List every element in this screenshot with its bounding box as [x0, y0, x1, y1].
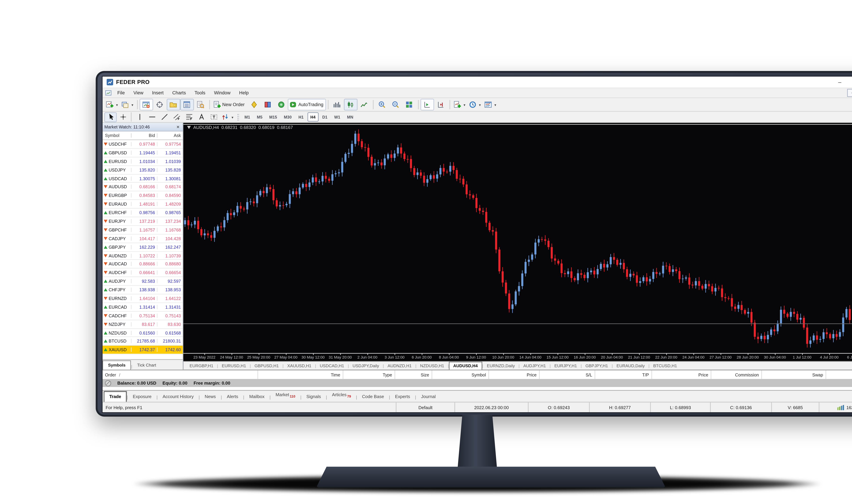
market-watch-row-usdjpy[interactable]: USDJPY135.820135.828 — [103, 166, 183, 175]
tile-windows-button[interactable] — [403, 99, 416, 110]
orders-column-type[interactable]: Type — [343, 370, 395, 379]
toolbox-tab-code-base[interactable]: Code Base — [357, 392, 389, 402]
orders-column-commission[interactable]: Commission — [711, 370, 762, 379]
market-watch-row-euraud[interactable]: EURAUD1.481911.48209 — [103, 200, 183, 209]
market-watch-close-icon[interactable]: ✕ — [175, 124, 181, 129]
restore-button[interactable]: ❐ — [848, 76, 852, 88]
candlestick-chart-button[interactable] — [344, 99, 357, 110]
orders-column-sl[interactable]: S/L — [540, 370, 595, 379]
toolbox-tab-exposure[interactable]: Exposure — [128, 392, 156, 402]
market-watch-row-cadjpy[interactable]: CADJPY104.417104.428 — [103, 234, 183, 243]
chart-tab-eurjpy-h1[interactable]: EURJPY,H1 — [551, 362, 581, 369]
scripts-button[interactable] — [247, 99, 261, 110]
arrows-tool-button[interactable]: ▼ — [220, 112, 235, 122]
chart-tab-eurnzd-daily[interactable]: EURNZD,Daily — [483, 362, 518, 369]
fibonacci-tool-button[interactable] — [183, 112, 195, 122]
profiles-button[interactable]: ▼ — [120, 99, 135, 110]
market-watch-row-eurusd[interactable]: EURUSD1.010341.01039 — [103, 157, 183, 166]
toolbox-tab-news[interactable]: News — [200, 392, 221, 402]
profile-selector[interactable]: Default — [396, 402, 455, 412]
market-watch-row-gbpusd[interactable]: GBPUSD1.194451.19451 — [103, 149, 183, 157]
market-watch-row-gbpchf[interactable]: GBPCHF1.167571.16768 — [103, 226, 183, 234]
timeframe-w1[interactable]: W1 — [331, 112, 343, 122]
new-chart-button[interactable]: ▼ — [104, 99, 120, 110]
time-axis[interactable]: 23 May 202224 May 12:0025 May 20:0027 Ma… — [183, 354, 852, 361]
alerts-sound-button[interactable] — [274, 99, 288, 110]
chart-tab-nzdusd-h1[interactable]: NZDUSD,H1 — [416, 362, 448, 369]
auto-scroll-button[interactable] — [420, 99, 434, 110]
toolbox-tab-account-history[interactable]: Account History — [158, 392, 198, 402]
toolbox-tab-trade[interactable]: Trade — [104, 391, 127, 402]
periods-button[interactable]: ▼ — [467, 99, 483, 110]
menu-help[interactable]: Help — [235, 88, 253, 97]
chart-tab-euraud-daily[interactable]: EURAUD,Daily — [613, 362, 649, 369]
cursor-tool-button[interactable] — [104, 112, 117, 122]
market-watch-row-eurnzd[interactable]: EURNZD1.641041.64122 — [103, 294, 183, 303]
market-watch-tab-symbols[interactable]: Symbols — [103, 360, 131, 370]
market-watch-toggle-button[interactable] — [180, 99, 194, 110]
market-watch-row-audnzd[interactable]: AUDNZD1.107221.10739 — [103, 252, 183, 260]
market-watch-row-nzdusd[interactable]: NZDUSD0.615600.61568 — [103, 329, 183, 337]
indicators-button[interactable]: ▼ — [452, 99, 467, 110]
market-watch-row-audchf[interactable]: AUDCHF0.666410.66654 — [103, 269, 183, 277]
horizontal-line-tool-button[interactable] — [146, 112, 158, 122]
toolbox-tab-articles[interactable]: Articles79 — [327, 390, 356, 402]
text-tool-button[interactable] — [195, 112, 207, 122]
timeframe-m15[interactable]: M15 — [266, 112, 280, 122]
orders-column-profit[interactable]: Profit — [826, 370, 852, 379]
chart-tab-gbpusd-h1[interactable]: GBPUSD,H1 — [251, 362, 283, 369]
chart-tab-gbpjpy-h1[interactable]: GBPJPY,H1 — [582, 362, 612, 369]
menu-insert[interactable]: Insert — [148, 88, 168, 97]
chart-tab-xauusd-h1[interactable]: XAUUSD,H1 — [284, 362, 315, 369]
toolbox-tab-signals[interactable]: Signals — [301, 392, 326, 402]
timeframe-mn[interactable]: MN — [344, 112, 356, 122]
market-watch-row-audcad[interactable]: AUDCAD0.886660.88680 — [103, 260, 183, 269]
orders-column-order[interactable]: Order/ — [103, 370, 258, 379]
chart-tab-usdcad-h1[interactable]: USDCAD,H1 — [316, 362, 348, 369]
orders-column-symbol[interactable]: Symbol — [432, 370, 489, 379]
timeframe-h4[interactable]: H4 — [307, 112, 318, 122]
zoom-in-button[interactable] — [375, 99, 389, 110]
timeframe-m30[interactable]: M30 — [281, 112, 295, 122]
column-symbol[interactable]: Symbol — [103, 133, 131, 138]
column-ask[interactable]: Ask — [157, 133, 183, 138]
chart-tab-audusd-h4[interactable]: AUDUSD,H4 — [449, 361, 482, 370]
toolbox-tab-alerts[interactable]: Alerts — [222, 392, 243, 402]
chart-window-button[interactable] — [140, 99, 153, 110]
chart-tab-audnzd-h1[interactable]: AUDNZD,H1 — [384, 362, 415, 369]
candlestick-plot[interactable] — [183, 124, 852, 354]
child-minimize-button[interactable]: – — [847, 89, 852, 97]
orders-column-time[interactable]: Time — [258, 370, 343, 379]
market-watch-row-eurjpy[interactable]: EURJPY137.219137.234 — [103, 217, 183, 226]
orders-column-swap[interactable]: Swap — [762, 370, 826, 379]
new-order-button[interactable]: New Order — [212, 99, 247, 110]
chart-tab-audjpy-h1[interactable]: AUDJPY,H1 — [519, 362, 550, 369]
market-watch-row-btcusd[interactable]: BTCUSD21785.6821800.31 — [103, 337, 183, 346]
zoom-out-button[interactable] — [389, 99, 403, 110]
market-watch-tab-tick-chart[interactable]: Tick Chart — [132, 361, 161, 370]
line-chart-button[interactable] — [357, 99, 371, 110]
chart-area[interactable]: AUDUSD,H4 0.68231 0.68320 0.68019 0.6816… — [183, 123, 852, 370]
chart-tab-btcusd-h1[interactable]: BTCUSD,H1 — [650, 362, 681, 369]
templates-button[interactable]: ▼ — [483, 99, 498, 110]
chart-tab-usdjpy-daily[interactable]: USDJPY,Daily — [349, 362, 383, 369]
autotrading-button[interactable]: AutoTrading — [288, 99, 326, 110]
toolbox-tab-experts[interactable]: Experts — [390, 392, 415, 402]
timeframe-h1[interactable]: H1 — [295, 112, 306, 122]
market-watch-row-xauusd[interactable]: XAUUSD1742.371742.60 — [103, 346, 183, 355]
menu-file[interactable]: File — [113, 88, 129, 97]
market-watch-row-cadchf[interactable]: CADCHF0.751340.75143 — [103, 311, 183, 320]
trendline-tool-button[interactable] — [158, 112, 171, 122]
chart-menu-icon[interactable] — [105, 89, 112, 96]
menu-tools[interactable]: Tools — [190, 88, 210, 97]
market-watch-row-audusd[interactable]: AUDUSD0.681660.68174 — [103, 183, 183, 192]
market-watch-row-usdchf[interactable]: USDCHF0.977480.97754 — [103, 140, 183, 149]
menu-window[interactable]: Window — [210, 88, 235, 97]
market-watch-row-usdcad[interactable]: USDCAD1.300751.30081 — [103, 175, 183, 183]
market-watch-row-nzdjpy[interactable]: NZDJPY83.61783.630 — [103, 320, 183, 329]
toolbox-tab-market[interactable]: Market110 — [271, 390, 300, 402]
strategy-tester-button[interactable] — [261, 99, 274, 110]
market-watch-row-chfjpy[interactable]: CHFJPY138.938138.953 — [103, 286, 183, 294]
toolbar-drag-handle[interactable] — [237, 113, 239, 121]
market-watch-row-eurgbp[interactable]: EURGBP0.845830.84590 — [103, 192, 183, 200]
